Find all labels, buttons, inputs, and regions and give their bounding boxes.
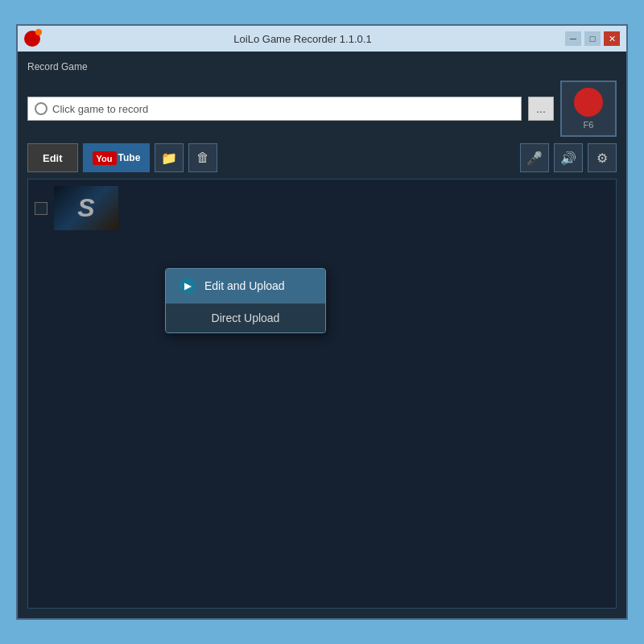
list-item: S <box>28 180 616 237</box>
youtube-logo-box: You <box>93 151 117 165</box>
record-dot <box>574 88 603 117</box>
speaker-icon: 🔊 <box>560 151 576 166</box>
settings-button[interactable]: ⚙ <box>588 143 617 172</box>
microphone-button[interactable]: 🎤 <box>520 143 549 172</box>
maximize-button[interactable]: □ <box>584 31 601 46</box>
record-key: F6 <box>584 120 594 130</box>
main-window: LoiLo Game Recorder 1.1.0.1 ─ □ ✕ Record… <box>16 24 628 620</box>
direct-upload-item[interactable]: Direct Upload <box>166 303 325 332</box>
video-checkbox[interactable] <box>35 202 47 215</box>
window-title: LoiLo Game Recorder 1.1.0.1 <box>40 33 565 45</box>
minimize-button[interactable]: ─ <box>565 31 581 46</box>
microphone-icon: 🎤 <box>526 151 543 166</box>
crosshair-icon <box>35 102 47 115</box>
game-input-placeholder: Click game to record <box>52 103 148 115</box>
content-area: S ▶ Edit and Upload Direct Upload <box>27 179 617 609</box>
folder-icon: 📁 <box>161 151 177 166</box>
record-row: Click game to record ... F6 <box>27 80 617 137</box>
edit-upload-icon: ▶ <box>179 277 196 295</box>
edit-upload-label: Edit and Upload <box>204 279 285 292</box>
window-body: Record Game Click game to record ... F6 … <box>18 52 626 618</box>
youtube-logo-you: You <box>97 154 113 163</box>
more-button[interactable]: ... <box>528 97 554 121</box>
toolbar-row: Edit You Tube 📁 🗑 🎤 🔊 <box>27 143 617 172</box>
close-button[interactable]: ✕ <box>604 31 620 46</box>
record-button[interactable]: F6 <box>560 80 617 137</box>
trash-icon: 🗑 <box>196 151 209 165</box>
edit-and-upload-item[interactable]: ▶ Edit and Upload <box>166 269 325 303</box>
title-bar-left <box>24 31 40 47</box>
speaker-button[interactable]: 🔊 <box>554 143 583 172</box>
youtube-button[interactable]: You Tube <box>83 143 151 172</box>
thumbnail-letter: S <box>77 193 94 223</box>
window-controls: ─ □ ✕ <box>565 31 620 46</box>
upload-dropdown: ▶ Edit and Upload Direct Upload <box>165 268 326 333</box>
gear-icon: ⚙ <box>597 151 608 166</box>
title-bar: LoiLo Game Recorder 1.1.0.1 ─ □ ✕ <box>18 26 626 52</box>
youtube-badge: You Tube <box>93 151 141 165</box>
edit-button[interactable]: Edit <box>27 143 78 172</box>
youtube-logo-tube: Tube <box>118 152 141 163</box>
delete-button[interactable]: 🗑 <box>188 143 217 172</box>
record-label: Record Game <box>27 61 617 72</box>
video-thumbnail: S <box>54 186 118 230</box>
direct-upload-label: Direct Upload <box>212 312 280 324</box>
folder-button[interactable]: 📁 <box>155 143 184 172</box>
app-icon <box>24 31 40 47</box>
game-input[interactable]: Click game to record <box>27 97 522 121</box>
